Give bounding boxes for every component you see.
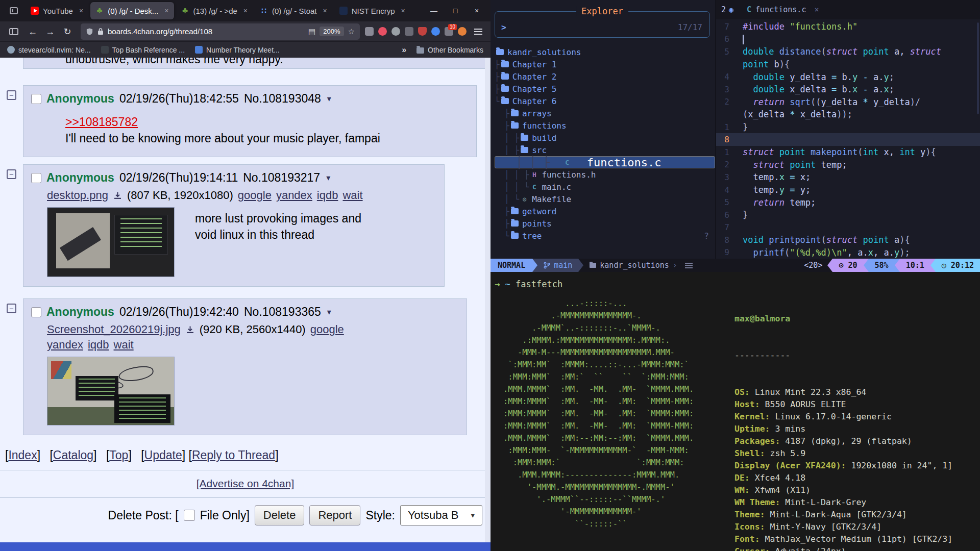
wait-link[interactable]: wait — [342, 189, 362, 202]
post-checkbox[interactable] — [31, 94, 41, 104]
quote-link[interactable]: >>108185782 — [65, 115, 138, 129]
extension-icon-6[interactable] — [431, 27, 440, 36]
iqdb-search-link[interactable]: iqdb — [88, 338, 109, 352]
close-button[interactable]: × — [466, 0, 487, 21]
yandex-search-link[interactable]: yandex — [276, 189, 312, 202]
reply-to-thread-link[interactable]: Reply to Thread — [192, 448, 275, 462]
tree-item[interactable]: ├arrays — [495, 107, 715, 119]
post-checkbox[interactable] — [31, 173, 41, 183]
post-number[interactable]: No.108193048 — [244, 92, 321, 106]
bookmarks-overflow-button[interactable]: » — [402, 45, 406, 55]
post-menu-icon[interactable]: ▾ — [327, 307, 331, 317]
google-search-link[interactable]: google — [310, 323, 344, 336]
tree-item[interactable]: ├functions — [495, 119, 715, 132]
tree-item[interactable]: └Chapter 6 — [495, 95, 715, 107]
browser-tab[interactable]: NIST Encryp× — [334, 2, 410, 19]
post-menu-icon[interactable]: ▾ — [326, 173, 330, 183]
extension-icon-1[interactable] — [365, 27, 374, 36]
file-only-checkbox[interactable] — [184, 510, 195, 521]
explorer-filter-box[interactable]: Explorer > 17/17 — [495, 11, 710, 38]
firefox-view-button[interactable] — [6, 3, 21, 18]
post-thumbnail[interactable] — [47, 357, 175, 425]
tab-close-icon[interactable]: × — [243, 7, 248, 15]
extension-icon-3[interactable] — [391, 27, 400, 36]
post-number[interactable]: No.108193365 — [244, 305, 321, 319]
editor-pane[interactable]: 2 ◉ C functions.c × 7#include "functions… — [716, 0, 980, 259]
tree-item[interactable]: │ │ └Cmain.c — [495, 181, 715, 193]
tree-item[interactable]: ├Chapter 1 — [495, 58, 715, 70]
post-number[interactable]: No.108193217 — [243, 171, 320, 185]
tree-item[interactable]: └tree? — [495, 230, 715, 242]
url-bar[interactable]: boards.4chan.org/g/thread/108 ▤ 200% ☆ — [81, 23, 360, 40]
hide-post-button[interactable]: − — [7, 169, 16, 179]
browser-tab[interactable]: (13) /g/ - >de× — [176, 2, 253, 19]
file-name-link[interactable]: Screenshot_20260219j.jpg — [47, 323, 181, 336]
reload-button[interactable]: ↻ — [59, 23, 76, 40]
back-button[interactable]: ← — [24, 23, 41, 40]
delete-button[interactable]: Delete — [255, 505, 305, 525]
index-link[interactable]: Index — [8, 448, 37, 462]
tree-item[interactable]: ├getword — [495, 205, 715, 217]
code-area[interactable]: 7#include "functions.h"65double distance… — [716, 19, 980, 259]
file-name-link[interactable]: desktop.png — [47, 189, 108, 202]
extension-icon-7[interactable]: 10 — [445, 27, 453, 36]
minimize-button[interactable]: — — [423, 0, 445, 21]
tab-close-icon[interactable]: × — [79, 7, 83, 15]
browser-tab[interactable]: YouTube× — [26, 2, 88, 19]
bookmark-item[interactable]: Number Theory Meet... — [195, 46, 280, 54]
adblock-extension-icon[interactable] — [418, 27, 427, 36]
buffer-close-icon[interactable]: × — [814, 5, 819, 14]
menu-icon[interactable] — [474, 29, 482, 35]
tree-item[interactable]: ├Chapter 2 — [495, 70, 715, 83]
maximize-button[interactable]: □ — [445, 0, 466, 21]
tree-item[interactable]: │ ├src — [495, 144, 715, 156]
hide-post-button[interactable]: − — [7, 304, 16, 313]
post-thumbnail[interactable] — [47, 207, 175, 277]
tree-item[interactable]: │ │ ├Cfunctions.c — [495, 156, 715, 168]
tab-close-icon[interactable]: × — [323, 7, 327, 15]
yandex-search-link[interactable]: yandex — [47, 338, 83, 352]
hide-post-button[interactable]: − — [7, 90, 16, 100]
catalog-link[interactable]: Catalog — [53, 448, 93, 462]
reader-mode-icon[interactable]: ▤ — [308, 27, 315, 36]
post-checkbox[interactable] — [31, 307, 41, 317]
iqdb-search-link[interactable]: iqdb — [317, 189, 338, 202]
bookmark-item[interactable]: stevearc/oil.nvim: Ne... — [7, 46, 91, 54]
tree-item[interactable]: ├points — [495, 217, 715, 230]
forward-button[interactable]: → — [42, 23, 58, 40]
wait-link[interactable]: wait — [114, 338, 134, 352]
tree-item[interactable]: │ │ ├Hfunctions.h — [495, 168, 715, 181]
line-number: 6 — [716, 210, 743, 220]
buffer-tab[interactable]: C functions.c × — [747, 5, 819, 14]
post-menu-icon[interactable]: ▾ — [327, 94, 331, 104]
fastfetch-terminal[interactable]: → ~ fastfetch ...-:::::-... .-MMMMMMMMMM… — [491, 272, 980, 551]
page-scrollbar[interactable] — [485, 58, 491, 542]
neovim-window[interactable]: Explorer > 17/17 kandr_solutions├Chapter… — [491, 0, 980, 272]
google-search-link[interactable]: google — [238, 189, 272, 202]
update-link[interactable]: Update — [144, 448, 182, 462]
style-select[interactable]: Yotsuba B ▾ — [400, 505, 482, 525]
download-icon[interactable] — [185, 325, 195, 335]
zoom-level-badge[interactable]: 200% — [320, 27, 344, 36]
tab-close-icon[interactable]: × — [164, 7, 168, 15]
bookmark-item[interactable]: Top Bash Reference ... — [101, 46, 185, 54]
bookmark-star-icon[interactable]: ☆ — [348, 27, 355, 36]
tree-guide: │ │ └ — [495, 182, 529, 192]
tree-item[interactable]: │ └⚙Makefile — [495, 193, 715, 205]
tab-close-icon[interactable]: × — [401, 7, 405, 15]
sidebar-toggle-icon[interactable] — [9, 28, 18, 35]
browser-tab[interactable]: (0) /g/ - Stoat× — [255, 2, 332, 19]
account-icon[interactable] — [458, 27, 467, 36]
download-icon[interactable] — [113, 191, 122, 201]
tree-item[interactable]: │ ├build — [495, 132, 715, 144]
advertise-link[interactable]: [Advertise on 4chan] — [197, 478, 294, 489]
top-link[interactable]: Top — [109, 448, 128, 462]
other-bookmarks-folder[interactable]: Other Bookmarks — [416, 46, 483, 54]
browser-tab[interactable]: (0) /g/ - Desk...× — [90, 2, 174, 19]
extension-icon-4[interactable] — [405, 27, 413, 36]
extension-icon-2[interactable] — [378, 27, 387, 36]
tree-item[interactable]: kandr_solutions — [495, 46, 715, 58]
tree-item[interactable]: ├Chapter 5 — [495, 83, 715, 95]
editor-scrollbar[interactable] — [977, 22, 979, 114]
report-button[interactable]: Report — [309, 505, 360, 525]
